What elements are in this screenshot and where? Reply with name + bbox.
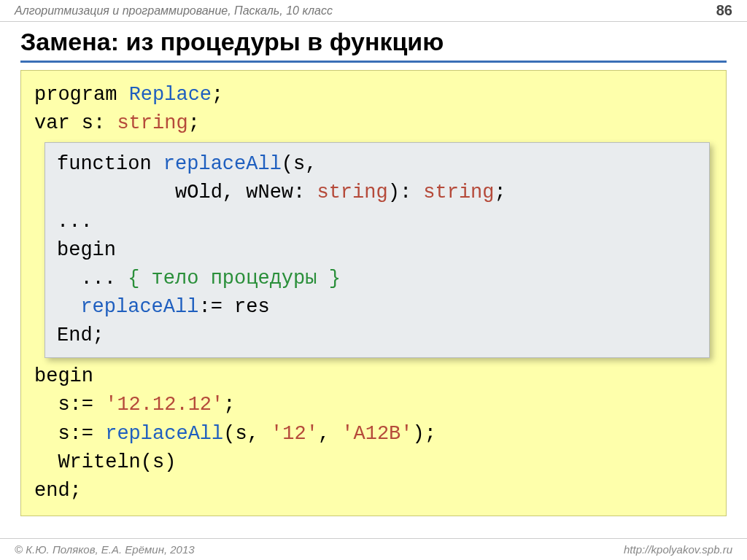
header-bar: Алгоритмизация и программирование, Паска…	[0, 0, 747, 22]
code-line: ...	[57, 208, 697, 236]
text: s:=	[34, 423, 105, 445]
punct: ,	[318, 423, 341, 445]
code-line: ... { тело процедуры }	[57, 265, 697, 293]
punct: ;	[495, 182, 506, 203]
footer-url: http://kpolyakov.spb.ru	[624, 543, 732, 556]
code-block-inner: function replaceAll(s, wOld, wNew: strin…	[44, 142, 710, 358]
code-line: Writeln(s)	[21, 448, 726, 477]
footer-copyright: © К.Ю. Поляков, Е.А. Ерёмин, 2013	[15, 543, 195, 556]
text: ...	[57, 268, 128, 289]
content-area: Замена: из процедуры в функцию program R…	[0, 22, 747, 538]
code-line: function replaceAll(s,	[57, 150, 697, 179]
type: string	[117, 112, 187, 134]
code-line: end;	[21, 477, 726, 505]
text: := res	[198, 296, 269, 318]
indent	[57, 296, 80, 318]
identifier: replaceAll	[80, 296, 198, 318]
code-line: s:= replaceAll(s, '12', 'A12B');	[21, 420, 726, 448]
code-line: var s: string;	[21, 109, 726, 138]
code-line: program Replace;	[21, 81, 726, 109]
comment: { тело процедуры }	[128, 268, 341, 289]
punct: ;	[212, 84, 223, 106]
code-line: s:= '12.12.12';	[21, 391, 726, 419]
punct: (s,	[282, 153, 317, 175]
punct: (s,	[223, 423, 271, 445]
kw: var s:	[34, 112, 117, 134]
punct: ):	[388, 182, 424, 203]
kw: function	[57, 153, 163, 175]
text: s:=	[34, 394, 105, 416]
type: string	[423, 182, 494, 203]
type: string	[317, 182, 387, 203]
params: wOld, wNew:	[57, 182, 317, 203]
string-literal: '12'	[271, 423, 318, 445]
identifier: replaceAll	[105, 423, 223, 445]
page-number: 86	[716, 2, 732, 19]
punct: ;	[188, 112, 200, 134]
code-block-outer: program Replace; var s: string; function…	[20, 70, 727, 516]
header-title: Алгоритмизация и программирование, Паска…	[15, 4, 333, 18]
code-line: wOld, wNew: string): string;	[57, 179, 697, 207]
footer-bar: © К.Ю. Поляков, Е.А. Ерёмин, 2013 http:/…	[0, 538, 747, 560]
code-line: begin	[21, 362, 726, 391]
code-line: replaceAll:= res	[57, 293, 697, 322]
punct: ;	[223, 394, 235, 416]
identifier: replaceAll	[163, 153, 282, 175]
identifier: Replace	[129, 84, 212, 106]
string-literal: 'A12B'	[341, 423, 412, 445]
kw: program	[34, 84, 129, 106]
string-literal: '12.12.12'	[105, 394, 223, 416]
slide-title: Замена: из процедуры в функцию	[20, 28, 727, 63]
punct: );	[413, 423, 436, 445]
code-line: begin	[57, 236, 697, 265]
code-line: End;	[57, 322, 697, 350]
